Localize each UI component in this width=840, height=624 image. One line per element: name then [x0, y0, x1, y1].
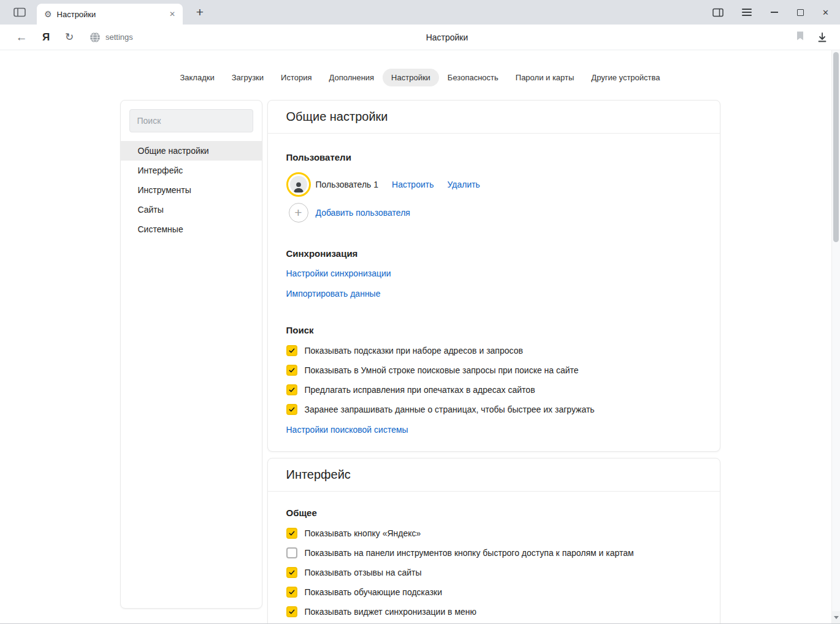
scrollbar-thumb[interactable]: [833, 52, 839, 242]
checkbox-row[interactable]: Предлагать исправления при опечатках в а…: [286, 384, 701, 395]
new-tab-button[interactable]: +: [191, 5, 208, 20]
sidebar-item-sites[interactable]: Сайты: [121, 200, 262, 219]
checkbox-row[interactable]: Показывать обучающие подсказки: [286, 587, 701, 598]
add-user-row[interactable]: + Добавить пользователя: [286, 203, 701, 223]
checkbox-row[interactable]: Показывать кнопку «Яндекс»: [286, 528, 701, 539]
avatar-icon: [290, 176, 307, 193]
sidebar-search-box[interactable]: [129, 109, 253, 132]
browser-window: ⚙ Настройки ✕ + ✕ ← Я ↻: [0, 0, 840, 624]
settings-top-nav: Закладки Загрузки История Дополнения Нас…: [0, 69, 840, 86]
window-close-button[interactable]: ✕: [822, 8, 829, 17]
general-settings-title: Общие настройки: [268, 101, 720, 134]
nav-tab-downloads[interactable]: Загрузки: [223, 69, 272, 86]
sync-heading: Синхронизация: [286, 248, 701, 259]
interface-settings-title: Интерфейс: [268, 458, 720, 492]
gear-icon: ⚙: [44, 10, 52, 18]
common-heading: Общее: [286, 508, 701, 518]
checkbox-label: Показывать виджет синхронизации в меню: [305, 607, 477, 617]
checkbox[interactable]: [286, 547, 297, 558]
sidebar-section-list: Общие настройки Интерфейс Инструменты Са…: [121, 141, 262, 239]
plus-icon[interactable]: +: [289, 203, 308, 223]
side-panel-icon[interactable]: [712, 8, 724, 17]
download-icon[interactable]: [814, 29, 830, 45]
bookmark-flag-icon[interactable]: [796, 31, 804, 44]
checkbox[interactable]: [286, 528, 297, 539]
globe-icon: [90, 32, 101, 43]
configure-user-link[interactable]: Настроить: [392, 180, 433, 189]
checkbox-row[interactable]: Показывать в Умной строке поисковые запр…: [286, 365, 701, 376]
checkbox[interactable]: [286, 384, 297, 395]
settings-layout: Общие настройки Интерфейс Инструменты Са…: [0, 100, 840, 623]
settings-page: Закладки Загрузки История Дополнения Нас…: [0, 50, 840, 623]
tab-strip: ⚙ Настройки ✕ + ✕: [0, 0, 840, 25]
nav-tab-security[interactable]: Безопасность: [439, 69, 507, 86]
sidebar-item-general[interactable]: Общие настройки: [121, 141, 262, 161]
checkbox[interactable]: [286, 365, 297, 376]
nav-tab-history[interactable]: История: [272, 69, 320, 86]
site-info: settings: [90, 32, 133, 43]
scrollbar-down-arrow[interactable]: [832, 611, 840, 623]
user-row: Пользователь 1 Настроить Удалить: [286, 172, 701, 197]
sidebar-item-system[interactable]: Системные: [121, 219, 262, 239]
checkbox-row[interactable]: Заранее запрашивать данные о страницах, …: [286, 404, 701, 415]
url-text: settings: [105, 32, 133, 42]
nav-tab-settings[interactable]: Настройки: [383, 69, 439, 86]
general-settings-card: Общие настройки Пользователи: [267, 100, 720, 452]
sidebar-item-interface[interactable]: Интерфейс: [121, 161, 262, 180]
window-maximize-button[interactable]: [797, 9, 804, 16]
checkbox-row[interactable]: Показывать отзывы на сайты: [286, 567, 701, 578]
sidebar-item-tools[interactable]: Инструменты: [121, 180, 262, 200]
tab-close-icon[interactable]: ✕: [167, 9, 178, 20]
address-page-title: Настройки: [86, 32, 808, 42]
user-name: Пользователь 1: [316, 180, 379, 189]
checkbox[interactable]: [286, 606, 297, 617]
search-engine-settings-link[interactable]: Настройки поисковой системы: [286, 425, 408, 435]
sync-settings-link[interactable]: Настройки синхронизации: [286, 268, 391, 278]
checkbox-label: Показывать отзывы на сайты: [305, 568, 422, 577]
browser-tab-settings[interactable]: ⚙ Настройки ✕: [37, 4, 183, 25]
user-avatar[interactable]: [286, 172, 311, 197]
settings-main: Общие настройки Пользователи: [267, 100, 720, 623]
page-scrollbar[interactable]: [831, 50, 840, 623]
window-minimize-button[interactable]: [770, 8, 779, 17]
back-button[interactable]: ←: [13, 29, 29, 45]
interface-settings-card: Интерфейс Общее Показывать кнопку «Яндек…: [267, 458, 720, 623]
checkbox-label: Заранее запрашивать данные о страницах, …: [305, 405, 595, 414]
menu-icon[interactable]: [742, 9, 752, 16]
checkbox-label: Показывать кнопку «Яндекс»: [305, 528, 421, 538]
nav-tab-bookmarks[interactable]: Закладки: [171, 69, 223, 86]
nav-tab-other-devices[interactable]: Другие устройства: [582, 69, 668, 86]
checkbox[interactable]: [286, 567, 297, 578]
checkbox[interactable]: [286, 587, 297, 598]
checkbox-label: Показывать подсказки при наборе адресов …: [305, 346, 523, 356]
settings-sidebar: Общие настройки Интерфейс Инструменты Са…: [120, 100, 262, 609]
checkbox-row[interactable]: Показывать подсказки при наборе адресов …: [286, 345, 701, 356]
import-data-link[interactable]: Импортировать данные: [286, 289, 381, 299]
tab-title: Настройки: [57, 10, 162, 19]
checkbox-label: Показывать обучающие подсказки: [305, 587, 443, 597]
chrome-right-controls: ✕: [694, 8, 829, 17]
nav-tab-passwords[interactable]: Пароли и карты: [507, 69, 583, 86]
search-input[interactable]: [137, 116, 248, 126]
checkbox-label: Показывать в Умной строке поисковые запр…: [305, 365, 579, 375]
address-bar[interactable]: settings Настройки: [86, 28, 808, 47]
checkbox[interactable]: [286, 404, 297, 415]
add-user-link[interactable]: Добавить пользователя: [316, 208, 410, 218]
browser-sidebar-toggle-icon[interactable]: [12, 5, 27, 20]
checkbox-row[interactable]: Показывать виджет синхронизации в меню: [286, 606, 701, 617]
toolbar: ← Я ↻ settings Настройки: [0, 25, 840, 50]
checkbox-label: Показывать на панели инструментов кнопку…: [305, 548, 634, 558]
checkbox[interactable]: [286, 345, 297, 356]
users-heading: Пользователи: [286, 152, 701, 162]
checkbox-row[interactable]: Показывать на панели инструментов кнопку…: [286, 547, 701, 558]
nav-tab-extensions[interactable]: Дополнения: [320, 69, 383, 86]
checkbox-label: Предлагать исправления при опечатках в а…: [305, 385, 535, 395]
delete-user-link[interactable]: Удалить: [447, 180, 479, 189]
refresh-button[interactable]: ↻: [61, 29, 77, 45]
search-heading: Поиск: [286, 325, 701, 335]
yandex-logo-button[interactable]: Я: [38, 29, 54, 45]
